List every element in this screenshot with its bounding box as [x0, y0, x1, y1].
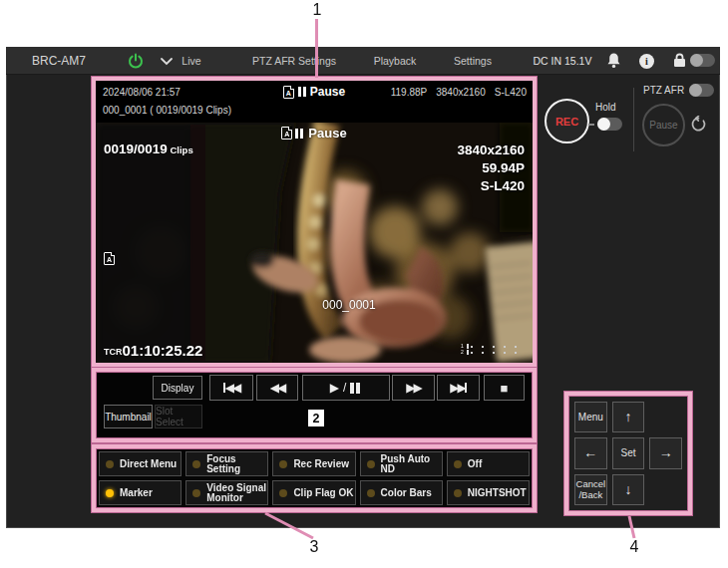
- play-pause-button[interactable]: ▶ /: [302, 375, 390, 401]
- ptz-afr-toggle[interactable]: [689, 84, 714, 97]
- osd-resolution: 3840x2160: [457, 142, 525, 159]
- led-indicator: [106, 460, 114, 468]
- led-indicator: [454, 460, 462, 468]
- skip-back-icon: ◀◀: [225, 381, 239, 395]
- panel-divider: [633, 88, 634, 151]
- media-slot-icon: A: [104, 252, 115, 265]
- assign-button-nightshot[interactable]: NIGHTSHOT: [447, 480, 530, 505]
- playback-status: Pause: [310, 85, 345, 99]
- audio-level-meter: 1 2: [461, 344, 523, 355]
- arrow-left-button[interactable]: ←: [574, 437, 607, 468]
- ptz-afr-label: PTZ AFR: [643, 85, 684, 96]
- media-slot-icon: A: [283, 86, 294, 99]
- osd-clip-name: 000_0001: [96, 298, 533, 312]
- osd-format-info: 3840x2160 59.94P S-L420: [457, 142, 525, 195]
- lock-icon: [673, 53, 686, 68]
- info-resolution: 3840x2160: [436, 87, 486, 98]
- stop-button[interactable]: ■: [484, 375, 525, 401]
- rec-hold-toggle[interactable]: [597, 118, 622, 131]
- assign-button-color-bars[interactable]: Color Bars: [360, 480, 443, 505]
- info-gamma: S-L420: [495, 87, 527, 98]
- arrow-right-icon: →: [659, 447, 673, 458]
- ptz-pause-button[interactable]: Pause: [642, 104, 685, 146]
- osd-media-slot: A: [104, 248, 115, 266]
- stop-icon: ■: [501, 381, 509, 396]
- rec-button[interactable]: REC: [545, 99, 589, 143]
- cancel-back-button[interactable]: Cancel /Back: [574, 474, 607, 505]
- playback-controls-region: Display ◀◀ ◀◀ ▶ / ▶▶ ▶▶ ■ Thumbnail Slot…: [92, 368, 537, 442]
- display-button[interactable]: Display: [153, 376, 202, 400]
- arrow-down-button[interactable]: ↓: [612, 474, 645, 505]
- arrow-up-button[interactable]: ↑: [612, 402, 645, 432]
- callout-4-label: 4: [626, 538, 642, 556]
- video-monitor: A Pause 0019/0019 Clips 3840x2160 59.94P…: [96, 123, 533, 363]
- menu-button[interactable]: Menu: [574, 402, 607, 432]
- hold-dash: [588, 124, 594, 126]
- skip-forward-icon: ▶▶: [450, 381, 464, 395]
- fast-forward-icon: ▶▶: [406, 381, 420, 395]
- set-button[interactable]: Set: [612, 437, 645, 468]
- play-pause-icon: ▶ /: [330, 381, 363, 395]
- arrow-left-icon: ←: [583, 447, 597, 458]
- callout-2-label: 2: [308, 410, 324, 426]
- monitor-info-bar: 2024/08/06 21:57 A Pause 119.88P 3840x21…: [96, 81, 533, 123]
- ptz-pause-label: Pause: [649, 120, 677, 131]
- assign-button-off[interactable]: Off: [447, 451, 530, 476]
- info-icon[interactable]: i: [639, 54, 654, 69]
- osd-clip-counter: 0019/0019 Clips: [104, 142, 193, 156]
- slot-select-button[interactable]: Slot Select: [155, 405, 202, 428]
- previous-clip-button[interactable]: ◀◀: [209, 375, 253, 401]
- page: BRC-AM7 Live PTZ AFR Settings Playback S…: [0, 0, 728, 568]
- callout-3-label: 3: [306, 538, 322, 556]
- assign-button-direct-menu[interactable]: Direct Menu: [99, 451, 182, 476]
- arrow-right-button[interactable]: →: [649, 437, 682, 468]
- hold-label: Hold: [595, 102, 616, 113]
- thumbnail-button[interactable]: Thumbnail: [104, 405, 153, 428]
- refresh-icon[interactable]: [690, 116, 707, 133]
- lock-toggle[interactable]: [690, 54, 715, 67]
- assign-button-video-signal-monitor[interactable]: Video Signal Monitor: [185, 480, 268, 505]
- pause-bars-icon: [295, 129, 303, 139]
- menu-pad-region: Menu ↑ ← Set → Cancel /Back ↓: [564, 392, 692, 515]
- assignable-buttons-region: Direct Menu Focus Setting Rec Review Pus…: [92, 444, 537, 512]
- assign-button-marker[interactable]: Marker: [99, 480, 182, 505]
- led-indicator: [367, 489, 375, 497]
- bell-icon[interactable]: [606, 52, 621, 69]
- monitor-region: 2024/08/06 21:57 A Pause 119.88P 3840x21…: [92, 77, 537, 367]
- osd-timecode: TCR01:10:25.22: [104, 342, 202, 359]
- osd-pause-status: A Pause: [96, 126, 533, 141]
- media-slot-icon: A: [281, 127, 292, 140]
- tab-ptz-afr-settings[interactable]: PTZ AFR Settings: [239, 55, 349, 67]
- assign-button-focus-setting[interactable]: Focus Setting: [185, 451, 268, 476]
- tab-live[interactable]: Live: [162, 55, 221, 67]
- led-indicator: [367, 460, 375, 468]
- tab-settings[interactable]: Settings: [443, 55, 503, 67]
- power-input-status: DC IN 15.1V: [533, 55, 592, 67]
- info-frame-rate: 119.88P: [391, 87, 428, 98]
- led-indicator: [106, 489, 114, 497]
- assign-button-clip-flag-ok[interactable]: Clip Flag OK: [272, 480, 355, 505]
- arrow-down-icon: ↓: [624, 484, 631, 495]
- osd-frame-rate: 59.94P: [457, 159, 525, 177]
- fast-forward-button[interactable]: ▶▶: [392, 375, 435, 401]
- arrow-up-icon: ↑: [624, 412, 631, 423]
- led-indicator: [192, 489, 200, 497]
- rewind-icon: ◀◀: [270, 381, 284, 395]
- rewind-button[interactable]: ◀◀: [256, 375, 298, 401]
- led-indicator: [192, 460, 200, 468]
- led-indicator: [454, 489, 462, 497]
- power-icon[interactable]: [128, 53, 144, 69]
- skip-bar: [465, 383, 467, 393]
- assign-button-rec-review[interactable]: Rec Review: [272, 451, 355, 476]
- tab-playback[interactable]: Playback: [365, 55, 425, 67]
- rec-button-label: REC: [555, 116, 578, 128]
- led-indicator: [279, 489, 287, 497]
- osd-gamma: S-L420: [457, 177, 525, 195]
- device-name: BRC-AM7: [32, 54, 86, 68]
- pause-bars-icon: [298, 87, 306, 97]
- next-clip-button[interactable]: ▶▶: [437, 375, 480, 401]
- led-indicator: [279, 460, 287, 468]
- callout-1-label: 1: [309, 1, 325, 19]
- assign-button-push-auto-nd[interactable]: Push Auto ND: [360, 451, 443, 476]
- clip-info-text: 000_0001 ( 0019/0019 Clips): [103, 105, 231, 116]
